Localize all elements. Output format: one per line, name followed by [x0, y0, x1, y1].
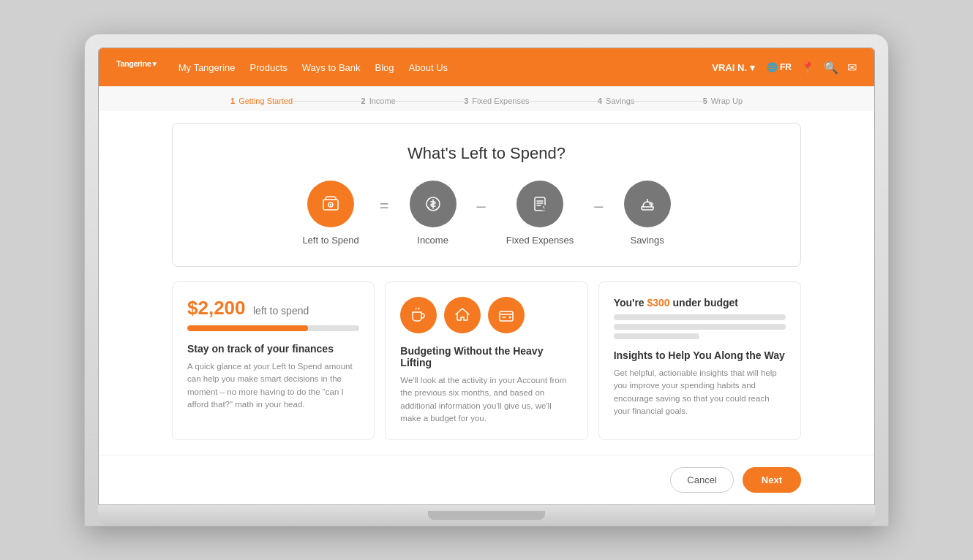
card-3-heading: Insights to Help You Along the Way: [614, 349, 786, 361]
amount-label: left to spend: [253, 305, 309, 317]
mail-icon[interactable]: ✉: [847, 61, 857, 75]
nav-right: VRAI N. ▾ 🌐 FR 📍 🔍 ✉: [712, 61, 857, 75]
language-selector[interactable]: 🌐 FR: [767, 62, 792, 72]
svg-rect-8: [500, 311, 513, 321]
nav-link-about-us[interactable]: About Us: [409, 62, 448, 73]
formula-item-savings: Savings: [624, 181, 671, 246]
under-budget-amount: $300: [647, 297, 670, 309]
coffee-icon: [400, 297, 437, 333]
navigation: Tangerine▼ My Tangerine Products Ways to…: [99, 48, 874, 86]
step-5-label: Wrap Up: [711, 97, 743, 105]
nav-link-products[interactable]: Products: [249, 62, 287, 73]
step-4-num: 4: [598, 97, 602, 105]
footer: Cancel Next: [99, 455, 874, 504]
step-1[interactable]: 1 Getting Started: [230, 97, 293, 105]
formula-card: What's Left to Spend? Left to Spend: [172, 123, 801, 267]
step-2-label: Income: [369, 97, 396, 105]
formula-op-equals: =: [380, 197, 389, 216]
progress-bar: 1 Getting Started 2 Income 3 Fixed Expen…: [99, 86, 874, 111]
user-chevron-icon: ▾: [750, 62, 755, 73]
left-to-spend-card: $2,200 left to spend Stay on track of yo…: [172, 281, 375, 440]
logo-text: Tangerine: [116, 59, 151, 68]
card-amount-row: $2,200 left to spend: [187, 297, 359, 319]
fixed-expenses-icon: [516, 181, 563, 227]
laptop-screen: Tangerine▼ My Tangerine Products Ways to…: [98, 48, 875, 505]
laptop-frame: Tangerine▼ My Tangerine Products Ways to…: [84, 34, 889, 526]
card-2-text: We'll look at the activity in your Accou…: [400, 374, 572, 425]
step-5[interactable]: 5 Wrap Up: [703, 97, 743, 105]
savings-label: Savings: [630, 235, 664, 246]
nav-left: Tangerine▼ My Tangerine Products Ways to…: [116, 59, 448, 76]
main-content: What's Left to Spend? Left to Spend: [99, 111, 874, 455]
card-1-text: A quick glance at your Left to Spend amo…: [187, 360, 359, 411]
placeholder-line-2: [614, 324, 786, 330]
step-line-4: [634, 101, 702, 102]
svg-point-2: [330, 204, 331, 205]
laptop-base: [98, 505, 875, 526]
user-name: VRAI N.: [712, 62, 747, 73]
placeholder-line-3: [614, 333, 700, 339]
globe-icon: 🌐: [767, 62, 778, 72]
step-2[interactable]: 2 Income: [361, 97, 396, 105]
budgeting-card: Budgeting Without the Heavy Lifting We'l…: [385, 281, 587, 440]
nav-user[interactable]: VRAI N. ▾: [712, 62, 755, 73]
logo[interactable]: Tangerine▼: [116, 59, 158, 76]
progress-fill: [187, 325, 308, 331]
home-icon: [444, 297, 481, 333]
budgeting-icons: [400, 297, 572, 333]
step-5-num: 5: [703, 97, 707, 105]
feature-cards: $2,200 left to spend Stay on track of yo…: [172, 281, 801, 440]
next-button[interactable]: Next: [743, 467, 801, 493]
placeholder-lines: [614, 314, 786, 339]
insights-card: You're $300 under budget Insights to Hel…: [598, 281, 801, 440]
svg-point-9: [509, 317, 511, 319]
progress-track: [187, 325, 359, 331]
under-budget-suffix: under budget: [670, 297, 738, 309]
fixed-expenses-label: Fixed Expenses: [506, 235, 574, 246]
card-1-heading: Stay on track of your finances: [187, 343, 359, 355]
location-icon[interactable]: 📍: [800, 61, 815, 75]
formula-item-fixed-expenses: Fixed Expenses: [506, 181, 574, 246]
step-3[interactable]: 3 Fixed Expenses: [464, 97, 529, 105]
formula-item-left-to-spend: Left to Spend: [302, 181, 358, 246]
nav-links: My Tangerine Products Ways to Bank Blog …: [179, 62, 448, 73]
amount-value: $2,200: [187, 297, 246, 319]
step-4-label: Savings: [606, 97, 634, 105]
step-1-num: 1: [230, 97, 235, 105]
income-icon: [410, 181, 457, 227]
placeholder-line-1: [614, 314, 786, 320]
formula-op-minus-2: –: [594, 197, 603, 216]
svg-point-7: [647, 199, 648, 200]
cancel-button[interactable]: Cancel: [670, 467, 733, 493]
under-budget-header: You're $300 under budget: [614, 297, 786, 309]
formula-item-income: Income: [410, 181, 457, 246]
card-3-text: Get helpful, actionable insights that wi…: [614, 367, 786, 417]
under-budget-prefix: You're: [614, 297, 647, 309]
step-3-num: 3: [464, 97, 468, 105]
nav-icons: 🌐 FR 📍 🔍 ✉: [767, 61, 857, 75]
card-icon: [488, 297, 525, 333]
nav-link-blog[interactable]: Blog: [375, 62, 394, 73]
card-2-heading: Budgeting Without the Heavy Lifting: [400, 345, 572, 368]
step-line-2: [396, 101, 464, 102]
step-line-1: [293, 101, 361, 102]
formula-row: Left to Spend = Income –: [202, 181, 771, 246]
step-4[interactable]: 4 Savings: [598, 97, 634, 105]
language-label: FR: [780, 62, 792, 72]
left-to-spend-icon: [307, 181, 354, 227]
formula-title: What's Left to Spend?: [202, 144, 771, 163]
left-to-spend-label: Left to Spend: [302, 235, 358, 246]
step-3-label: Fixed Expenses: [472, 97, 529, 105]
step-1-label: Getting Started: [238, 97, 293, 105]
laptop-notch: [428, 511, 545, 520]
logo-trademark: ▼: [151, 60, 157, 68]
steps: 1 Getting Started 2 Income 3 Fixed Expen…: [230, 97, 743, 105]
step-line-3: [530, 101, 598, 102]
income-label: Income: [417, 235, 448, 246]
step-2-num: 2: [361, 97, 366, 105]
formula-op-minus-1: –: [477, 197, 486, 216]
search-icon[interactable]: 🔍: [824, 61, 838, 75]
nav-link-ways-to-bank[interactable]: Ways to Bank: [302, 62, 361, 73]
savings-icon: [624, 181, 671, 227]
nav-link-my-tangerine[interactable]: My Tangerine: [179, 62, 236, 73]
